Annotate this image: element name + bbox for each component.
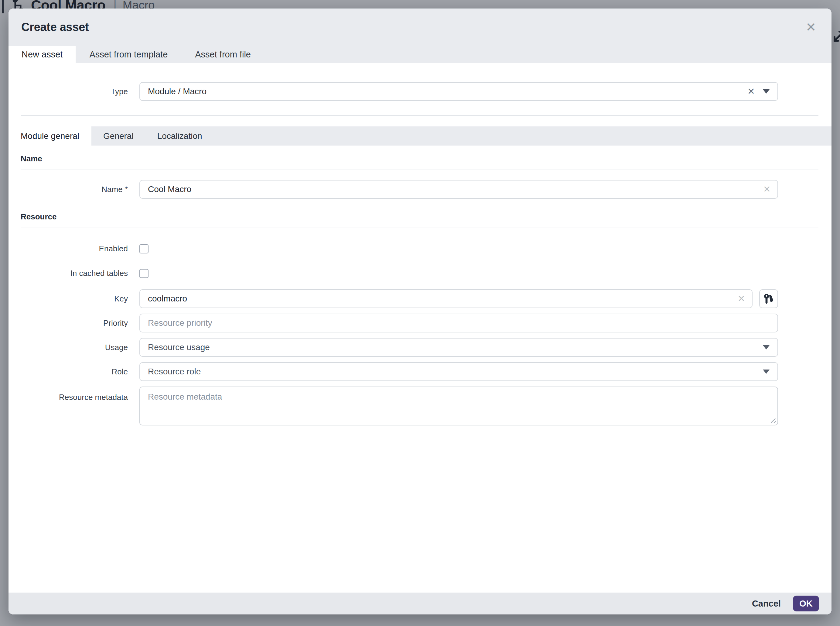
section-divider	[21, 169, 818, 170]
usage-chevron-down-icon[interactable]	[763, 345, 770, 349]
tab-localization[interactable]: Localization	[145, 127, 214, 146]
section-divider	[21, 228, 818, 228]
key-input[interactable]	[139, 289, 753, 308]
role-select[interactable]: Resource role	[139, 362, 778, 381]
type-select[interactable]: Module / Macro ✕	[139, 82, 778, 101]
type-select-value: Module / Macro	[148, 87, 747, 96]
usage-select[interactable]: Resource usage	[139, 338, 778, 357]
generate-key-button[interactable]	[759, 289, 778, 308]
enabled-field-row: Enabled	[8, 244, 832, 254]
name-input[interactable]	[139, 180, 778, 199]
in-cached-tables-checkbox[interactable]	[139, 269, 148, 278]
tab-new-asset[interactable]: New asset	[8, 46, 76, 63]
priority-field-row: Priority	[8, 314, 832, 332]
usage-select-placeholder: Resource usage	[148, 343, 757, 352]
cancel-button[interactable]: Cancel	[752, 599, 781, 609]
screen: Cool Macro | Macro Create asset ✕ New as…	[0, 0, 840, 626]
key-field-row: Key ✕	[8, 289, 832, 308]
role-field-row: Role Resource role	[8, 362, 832, 381]
name-label: Name *	[8, 185, 128, 194]
resource-metadata-label: Resource metadata	[8, 387, 128, 402]
dialog-tabbar: New asset Asset from template Asset from…	[8, 46, 832, 63]
tab-module-general[interactable]: Module general	[8, 127, 91, 146]
type-label: Type	[8, 87, 128, 96]
section-header-resource: Resource	[21, 212, 818, 222]
role-label: Role	[8, 367, 128, 377]
tab-asset-from-file[interactable]: Asset from file	[181, 46, 264, 63]
type-field-row: Type Module / Macro ✕	[8, 82, 832, 101]
resource-metadata-textarea[interactable]	[139, 387, 778, 426]
ok-button[interactable]: OK	[793, 596, 819, 612]
section-header-name: Name	[21, 154, 818, 163]
key-label: Key	[8, 294, 128, 304]
in-cached-tables-field-row: In cached tables	[8, 269, 832, 278]
priority-label: Priority	[8, 318, 128, 328]
close-icon[interactable]: ✕	[803, 20, 819, 35]
priority-input[interactable]	[139, 314, 778, 332]
enabled-checkbox[interactable]	[139, 244, 148, 254]
type-clear-icon[interactable]: ✕	[747, 87, 755, 96]
dialog-title: Create asset	[21, 21, 89, 34]
resource-metadata-field-row: Resource metadata	[8, 387, 832, 427]
dialog-body: Type Module / Macro ✕ Module general Gen…	[8, 63, 832, 615]
key-generate-icon	[764, 294, 773, 304]
name-clear-icon[interactable]: ✕	[763, 185, 771, 194]
in-cached-tables-label: In cached tables	[8, 269, 128, 278]
enabled-label: Enabled	[8, 244, 128, 254]
tab-asset-from-template[interactable]: Asset from template	[76, 46, 181, 63]
key-clear-icon[interactable]: ✕	[738, 294, 745, 303]
name-field-row: Name * ✕	[8, 180, 832, 199]
usage-label: Usage	[8, 343, 128, 352]
header-divider	[21, 115, 818, 116]
type-chevron-down-icon[interactable]	[763, 89, 770, 94]
dialog-footer: Cancel OK	[8, 593, 832, 615]
usage-field-row: Usage Resource usage	[8, 338, 832, 357]
role-select-placeholder: Resource role	[148, 367, 757, 377]
create-asset-dialog: Create asset ✕ New asset Asset from temp…	[8, 8, 832, 615]
tab-general[interactable]: General	[91, 127, 145, 146]
dialog-header: Create asset ✕ New asset Asset from temp…	[8, 8, 832, 63]
role-chevron-down-icon[interactable]	[763, 369, 770, 374]
form-subtabbar: Module general General Localization	[8, 127, 832, 146]
